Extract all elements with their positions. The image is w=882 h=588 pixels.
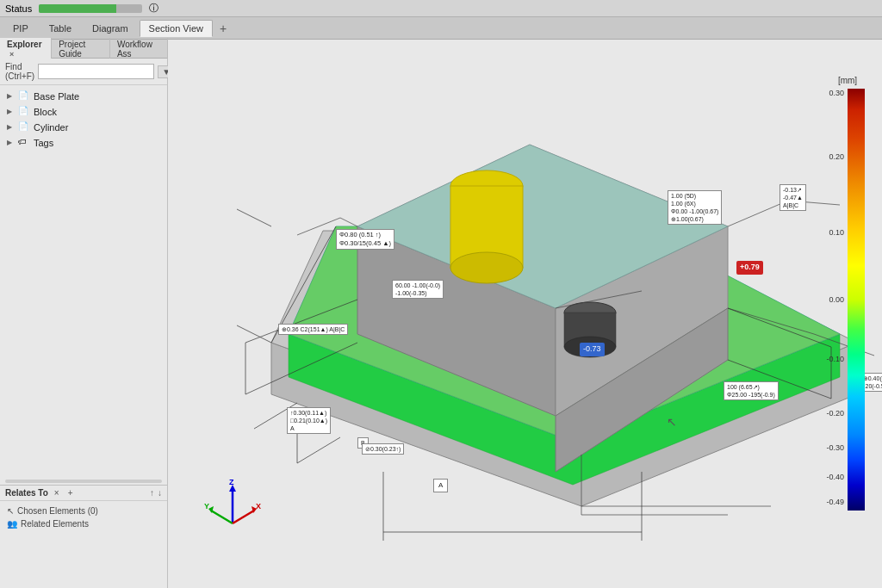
find-label: Find (Ctrl+F) [5, 62, 34, 81]
tree-item-block[interactable]: ▶ 📄 Block [0, 104, 167, 120]
chosen-elements-item: ↖ Chosen Elements (0) [7, 504, 160, 517]
dim-bottom-far-left: ↑0.30(0.11▲)□0.21(0.10▲)A [287, 407, 331, 434]
panel-tab-workflow[interactable]: Workflow Ass [110, 38, 168, 60]
tree-view: ▶ 📄 Base Plate ▶ 📄 Block ▶ 📄 Cylinder ▶ … [0, 85, 167, 478]
progress-bar-fill [39, 4, 116, 13]
dim-right-mid: 100 (6.65↗)Φ25.00 -195(-0.9) [724, 381, 779, 400]
cursor-indicator: ↖ [667, 415, 677, 429]
sidebar: Find (Ctrl+F) ▼ ▶ 📄 Base Plate ▶ 📄 Block… [0, 59, 168, 588]
scale-label-neg020: -0.20 [826, 409, 844, 418]
related-elements-item: 👥 Related Elements [7, 517, 160, 530]
relates-to-header: Relates To × + ↑ ↓ [0, 486, 167, 501]
tree-icon-base-plate: 📄 [18, 90, 30, 102]
dim-left-mid: 60.00 -1.00(-0.0)-1.00(-0.35) [392, 280, 444, 299]
tree-arrow-base-plate: ▶ [7, 92, 16, 101]
tree-item-base-plate[interactable]: ▶ 📄 Base Plate [0, 89, 167, 104]
progress-bar [39, 4, 142, 13]
dim-cylinder-diameter: Φ0.80 (0.51 ↑)Φ0.30/15(0.45 ▲) [336, 229, 394, 250]
svg-text:Y: Y [204, 502, 209, 511]
scale-label-neg030: -0.30 [826, 443, 844, 452]
tab-pip[interactable]: PIP [3, 20, 38, 37]
viewport[interactable]: Φ0.80 (0.51 ↑)Φ0.30/15(0.45 ▲) 1.00 (5D)… [168, 59, 882, 588]
relates-to-content: ↖ Chosen Elements (0) 👥 Related Elements [0, 501, 167, 588]
svg-point-13 [450, 252, 523, 283]
panel-tab-project-guide[interactable]: Project Guide [52, 38, 110, 60]
axis-svg: Z Y X [202, 476, 263, 536]
tree-icon-cylinder: 📄 [18, 121, 30, 133]
axis-indicator: Z Y X [202, 476, 263, 536]
tab-diagram[interactable]: Diagram [83, 20, 138, 37]
related-icon: 👥 [7, 519, 17, 529]
scale-label-neg049: -0.49 [826, 498, 844, 506]
tree-item-cylinder[interactable]: ▶ 📄 Cylinder [0, 120, 167, 135]
dim-abc-top: -0.13↗-0.47▲A|B|C [780, 184, 806, 211]
svg-text:Z: Z [229, 478, 234, 486]
tree-arrow-block: ▶ [7, 108, 16, 116]
cursor-icon: ↖ [7, 506, 14, 516]
relates-to-panel: Relates To × + ↑ ↓ ↖ Chosen Elements (0)… [0, 485, 167, 588]
panel-tab-close-explorer[interactable]: × [9, 50, 14, 59]
tree-arrow-tags: ▶ [7, 139, 16, 147]
panel-tab-explorer[interactable]: Explorer × [0, 38, 52, 60]
sidebar-scrollbar[interactable] [5, 480, 162, 483]
color-scale-unit: [mm] [830, 76, 865, 85]
svg-text:X: X [256, 502, 261, 511]
scale-label-000: 0.00 [829, 295, 844, 304]
main-layout: Find (Ctrl+F) ▼ ▶ 📄 Base Plate ▶ 📄 Block… [0, 59, 882, 588]
find-bar: Find (Ctrl+F) ▼ [0, 59, 167, 85]
scale-label-030: 0.30 [829, 89, 844, 97]
tree-item-tags[interactable]: ▶ 🏷 Tags [0, 135, 167, 151]
dim-top-right-1: 1.00 (5D)1.00 (6X)Φ0.00 -1.00(0.67)⊕1.00… [668, 190, 722, 225]
status-label: Status [5, 3, 32, 14]
dim-red-value: +0.79 [736, 261, 763, 275]
dim-bottom-left-long: ⊕0.36 C2(151▲) A|B|C [278, 324, 348, 335]
scale-label-neg040: -0.40 [826, 473, 844, 481]
scale-label-020: 0.20 [829, 152, 844, 161]
panel-tabs: Explorer × Project Guide Workflow Ass [0, 40, 168, 59]
tab-add-button[interactable]: + [214, 20, 232, 37]
status-bar: Status ⓘ [0, 0, 882, 17]
status-info-icon[interactable]: ⓘ [149, 2, 158, 15]
relates-to-add-button[interactable]: + [65, 488, 76, 498]
tree-icon-block: 📄 [18, 106, 30, 118]
dim-a-label: A [433, 479, 448, 492]
tree-icon-tags: 🏷 [18, 137, 30, 149]
scale-label-010: 0.10 [829, 228, 844, 237]
relates-to-close-button[interactable]: × [52, 488, 62, 498]
tab-table[interactable]: Table [40, 20, 81, 37]
tab-section-view[interactable]: Section View [140, 20, 213, 37]
scale-label-neg010: -0.10 [826, 355, 844, 363]
find-input[interactable] [38, 64, 154, 79]
svg-line-44 [211, 511, 233, 523]
color-scale: [mm] 0.30 0.20 0.10 0.00 -0.10 -0.20 -0.… [822, 76, 865, 558]
tab-bar: PIP Table Diagram Section View + [0, 17, 882, 40]
relates-to-collapse-up[interactable]: ↑ [150, 488, 154, 498]
tree-arrow-cylinder: ▶ [7, 123, 16, 132]
relates-to-title: Relates To [5, 488, 48, 498]
model-svg [168, 59, 882, 588]
dim-diameter-bottom: ⊘0.30(0.23↑) [362, 443, 404, 455]
relates-to-collapse-down[interactable]: ↓ [158, 488, 162, 498]
svg-line-46 [233, 511, 254, 523]
dim-blue-value: -0.73 [580, 343, 605, 356]
